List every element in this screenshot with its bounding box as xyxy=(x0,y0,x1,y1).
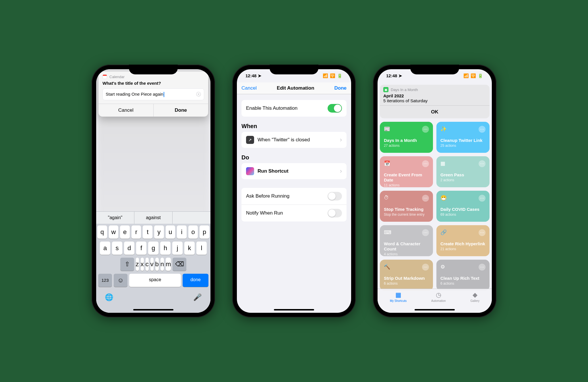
done-button[interactable]: Done xyxy=(154,104,208,117)
tile-menu-icon[interactable]: ⋯ xyxy=(479,160,486,167)
key-n[interactable]: n xyxy=(160,258,164,271)
suggestion-1[interactable]: "again" xyxy=(96,212,134,224)
key-r[interactable]: r xyxy=(131,225,141,239)
ask-label: Ask Before Running xyxy=(246,193,289,199)
emoji-key[interactable]: ☺ xyxy=(114,274,127,287)
text-cursor xyxy=(164,92,164,97)
tile-name: Green Pass xyxy=(440,172,486,178)
key-p[interactable]: p xyxy=(200,225,209,239)
tile-menu-icon[interactable]: ⋯ xyxy=(422,126,429,133)
key-h[interactable]: h xyxy=(160,242,171,255)
tile-subtitle: 2 actions xyxy=(440,178,486,182)
home-indicator[interactable] xyxy=(133,309,173,310)
home-indicator[interactable] xyxy=(274,309,314,310)
tile-name: Days In a Month xyxy=(384,138,429,143)
key-f[interactable]: f xyxy=(136,242,146,255)
wifi-icon: 🛜 xyxy=(471,73,476,78)
tile-subtitle: 11 actions xyxy=(384,183,429,187)
key-c[interactable]: c xyxy=(146,258,149,271)
tile-menu-icon[interactable]: ⋯ xyxy=(479,195,486,202)
keyboard[interactable]: "again" against qwertyuiop asdfghjkl ⇧ z… xyxy=(96,211,210,313)
tile-menu-icon[interactable]: ⋯ xyxy=(422,160,429,167)
cancel-button[interactable]: Cancel xyxy=(241,85,257,91)
key-e[interactable]: e xyxy=(120,225,130,239)
space-key[interactable]: space xyxy=(129,274,181,287)
cancel-button[interactable]: Cancel xyxy=(98,104,154,117)
mic-icon[interactable]: 🎤 xyxy=(193,293,202,301)
tile-menu-icon[interactable]: ⋯ xyxy=(422,264,429,271)
key-a[interactable]: a xyxy=(100,242,110,255)
shortcut-tile[interactable]: ⌨⋯Word & Character Count4 actions xyxy=(380,225,433,256)
key-x[interactable]: x xyxy=(141,258,144,271)
tab-my-shortcuts[interactable]: ▦My Shortcuts xyxy=(390,291,407,313)
key-v[interactable]: v xyxy=(150,258,154,271)
key-z[interactable]: z xyxy=(136,258,139,271)
battery-icon: 🔋 xyxy=(337,73,343,78)
key-d[interactable]: d xyxy=(124,242,134,255)
suggestion-3[interactable] xyxy=(173,212,210,224)
tab-gallery[interactable]: ◆Gallery xyxy=(470,291,479,313)
tile-subtitle: 69 actions xyxy=(440,213,486,217)
tile-menu-icon[interactable]: ⋯ xyxy=(422,229,429,236)
ask-toggle[interactable] xyxy=(328,192,342,200)
key-k[interactable]: k xyxy=(184,242,195,255)
tile-menu-icon[interactable]: ⋯ xyxy=(479,264,486,271)
notify-toggle[interactable] xyxy=(328,209,342,217)
key-w[interactable]: w xyxy=(109,225,119,239)
tile-menu-icon[interactable]: ⋯ xyxy=(422,195,429,202)
home-indicator[interactable] xyxy=(415,309,455,310)
tile-menu-icon[interactable]: ⋯ xyxy=(479,126,486,133)
shortcut-tile[interactable]: 📰⋯Days In a Month27 actions xyxy=(380,122,433,153)
key-y[interactable]: y xyxy=(154,225,164,239)
tile-menu-icon[interactable]: ⋯ xyxy=(479,229,486,236)
key-b[interactable]: b xyxy=(155,258,159,271)
shortcut-tile[interactable]: ⏱⋯Stop Time TrackingStop the current tim… xyxy=(380,191,433,222)
wifi-icon: 🛜 xyxy=(330,73,335,78)
event-title-input[interactable]: Start reading One Piece again ⓧ xyxy=(102,88,204,100)
shortcut-tile[interactable]: ⚙⋯Clean Up Rich Text6 actions xyxy=(436,260,490,291)
enable-toggle[interactable] xyxy=(328,104,342,113)
globe-icon[interactable]: 🌐 xyxy=(105,293,113,301)
tile-subtitle: 6 actions xyxy=(384,281,429,285)
ask-for-input-card: Calendar What's the title of the event? … xyxy=(98,72,208,117)
keyboard-done-key[interactable]: done xyxy=(183,274,208,287)
notch xyxy=(410,65,459,74)
key-l[interactable]: l xyxy=(196,242,207,255)
tile-icon: 🔗 xyxy=(440,229,447,236)
key-o[interactable]: o xyxy=(188,225,198,239)
notify-when-run-row: Notify When Run xyxy=(241,204,347,221)
tile-subtitle: 25 actions xyxy=(440,144,486,148)
shortcut-tile[interactable]: 😷⋯Daily COVID Cases69 actions xyxy=(436,191,490,222)
shortcut-tile[interactable]: 🔨⋯Strip Out Markdown6 actions xyxy=(380,260,433,291)
key-j[interactable]: j xyxy=(172,242,183,255)
shortcut-tile[interactable]: 🔗⋯Create Rich Hyperlink21 actions xyxy=(436,225,490,256)
alert-ok-button[interactable]: OK xyxy=(380,105,490,118)
key-u[interactable]: u xyxy=(166,225,175,239)
tab-label: Gallery xyxy=(470,299,479,302)
tile-name: Stop Time Tracking xyxy=(384,207,429,212)
key-m[interactable]: m xyxy=(166,258,171,271)
chevron-icon: › xyxy=(340,167,342,175)
tile-icon: 😷 xyxy=(440,195,447,201)
shortcut-tile[interactable]: ✨⋯Cleanup Twitter Link25 actions xyxy=(436,122,490,153)
suggestion-2[interactable]: against xyxy=(134,212,173,224)
shift-key[interactable]: ⇧ xyxy=(120,258,134,271)
key-q[interactable]: q xyxy=(97,225,107,239)
key-g[interactable]: g xyxy=(148,242,158,255)
tile-name: Daily COVID Cases xyxy=(440,207,486,212)
shortcut-tile[interactable]: 📅⋯Create Event From Date11 actions xyxy=(380,156,433,187)
key-i[interactable]: i xyxy=(177,225,187,239)
backspace-key[interactable]: ⌫ xyxy=(173,258,186,271)
location-icon: ➤ xyxy=(258,73,262,78)
tile-icon: 📅 xyxy=(384,160,390,167)
chevron-icon: › xyxy=(340,136,342,144)
when-row[interactable]: ↗ When "Twitter" is closed › xyxy=(241,132,347,148)
key-s[interactable]: s xyxy=(112,242,122,255)
shortcut-tile[interactable]: ▦⋯Green Pass2 actions xyxy=(436,156,490,187)
numbers-key[interactable]: 123 xyxy=(98,274,112,287)
key-t[interactable]: t xyxy=(143,225,152,239)
location-icon: ➤ xyxy=(399,73,402,78)
clear-icon[interactable]: ⓧ xyxy=(196,91,201,98)
do-row[interactable]: Run Shortcut › xyxy=(241,163,347,179)
done-button[interactable]: Done xyxy=(334,85,347,91)
